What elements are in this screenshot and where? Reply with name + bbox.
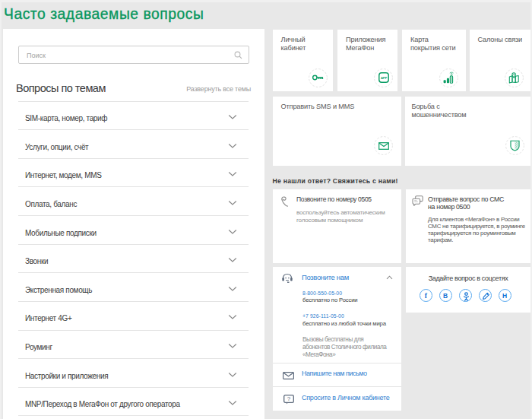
svg-text:APP: APP bbox=[381, 76, 387, 80]
svg-text:?: ? bbox=[287, 395, 290, 402]
